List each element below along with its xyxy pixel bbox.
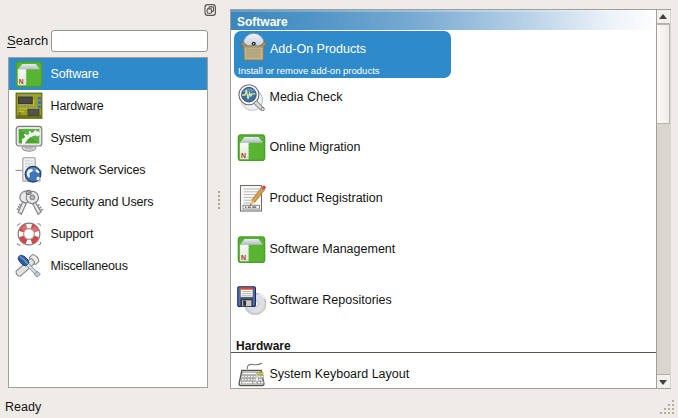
svg-text:N: N — [241, 254, 246, 261]
svg-text:N: N — [241, 152, 246, 159]
svg-text:N: N — [19, 78, 24, 85]
